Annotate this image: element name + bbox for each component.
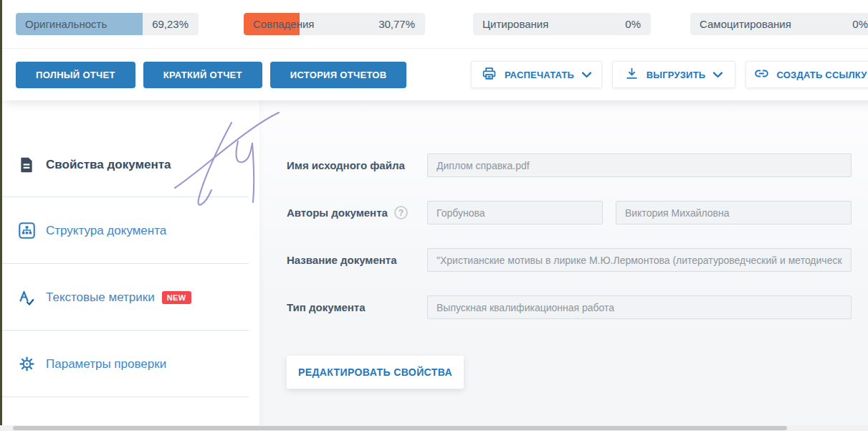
gear-icon (17, 356, 36, 372)
sidebar-item-document-properties[interactable]: Свойства документа (0, 100, 259, 197)
metric-label: Самоцитирования (690, 18, 791, 30)
form-row-authors: Авторы документа ? (287, 201, 868, 224)
toolbar-right-group: РАСПЕЧАТАТЬ ВЫГРУЗИТЬ (471, 61, 868, 88)
field-label: Тип документа (287, 301, 427, 313)
sidebar-item-text-metrics[interactable]: Текстовые метрики NEW (0, 264, 259, 331)
help-icon[interactable]: ? (394, 206, 408, 219)
new-badge: NEW (162, 291, 191, 304)
export-dropdown-button[interactable]: ВЫГРУЗИТЬ (612, 61, 735, 88)
author-firstname-input[interactable] (616, 201, 852, 224)
metric-value: 30,77% (378, 18, 425, 30)
form-row-title: Название документа (287, 248, 868, 272)
report-toolbar: ПОЛНЫЙ ОТЧЕТ КРАТКИЙ ОТЧЕТ ИСТОРИЯ ОТЧЕТ… (0, 48, 868, 100)
chevron-down-icon (713, 70, 722, 80)
sidebar-item-check-parameters[interactable]: Параметры проверки (0, 331, 259, 397)
main-area: Свойства документа Структура документа (0, 100, 868, 425)
document-title-input[interactable] (427, 248, 852, 272)
print-dropdown-label: РАСПЕЧАТАТЬ (505, 70, 574, 80)
horizontal-scrollbar-thumb[interactable] (13, 426, 787, 430)
sidebar-item-label: Структура документа (46, 224, 166, 238)
field-label: Название документа (287, 254, 427, 266)
metric-citations: Цитирования 0% (473, 13, 651, 35)
metric-label: Совпадения (244, 18, 315, 30)
sidebar-item-label: Параметры проверки (46, 357, 166, 371)
metrics-bar: Оригинальность 69,23% Совпадения 30,77% … (0, 0, 868, 48)
metric-label: Оригинальность (16, 18, 107, 30)
link-icon (754, 66, 769, 83)
field-label: Имя исходного файла (287, 159, 427, 171)
metric-matches: Совпадения 30,77% (244, 13, 425, 35)
document-type-input[interactable] (427, 295, 852, 319)
metric-value: 0% (625, 18, 651, 30)
brief-report-button[interactable]: КРАТКИЙ ОТЧЕТ (143, 62, 262, 88)
chevron-down-icon (582, 70, 591, 80)
sidebar: Свойства документа Структура документа (0, 100, 259, 425)
toolbar-left-group: ПОЛНЫЙ ОТЧЕТ КРАТКИЙ ОТЧЕТ ИСТОРИЯ ОТЧЕТ… (16, 62, 406, 88)
download-icon (625, 67, 639, 82)
sidebar-item-label: Текстовые метрики (46, 290, 155, 305)
metric-value: 69,23% (152, 18, 199, 30)
field-label-text: Авторы документа (287, 207, 388, 219)
text-metrics-icon (17, 289, 36, 306)
field-label: Авторы документа ? (287, 206, 427, 219)
metric-self-citations: Самоцитирования 0% (690, 13, 868, 35)
author-lastname-input[interactable] (427, 201, 603, 224)
metric-label: Цитирования (473, 18, 548, 30)
printer-icon (482, 66, 497, 83)
edit-properties-button[interactable]: РЕДАКТИРОВАТЬ СВОЙСТВА (287, 356, 464, 389)
document-properties-panel: Имя исходного файла Авторы документа ? Н… (259, 100, 868, 425)
sidebar-item-label: Свойства документа (46, 158, 171, 172)
window-left-edge (0, 0, 2, 425)
document-icon (17, 156, 36, 174)
export-dropdown-label: ВЫГРУЗИТЬ (647, 70, 706, 80)
report-history-button[interactable]: ИСТОРИЯ ОТЧЕТОВ (270, 62, 407, 88)
full-report-button[interactable]: ПОЛНЫЙ ОТЧЕТ (16, 62, 135, 88)
metric-value: 0% (852, 18, 868, 30)
create-link-dropdown-label: СОЗДАТЬ ССЫЛКУ (777, 70, 867, 80)
print-dropdown-button[interactable]: РАСПЕЧАТАТЬ (471, 61, 602, 88)
form-row-doctype: Тип документа (287, 295, 868, 319)
form-row-filename: Имя исходного файла (287, 153, 868, 177)
metric-originality: Оригинальность 69,23% (16, 13, 199, 35)
horizontal-scrollbar[interactable] (0, 425, 868, 431)
report-page: Оригинальность 69,23% Совпадения 30,77% … (0, 0, 868, 431)
sidebar-item-document-structure[interactable]: Структура документа (0, 197, 259, 264)
create-link-dropdown-button[interactable]: СОЗДАТЬ ССЫЛКУ (745, 61, 868, 88)
source-filename-input[interactable] (427, 153, 852, 177)
structure-icon (17, 222, 36, 239)
